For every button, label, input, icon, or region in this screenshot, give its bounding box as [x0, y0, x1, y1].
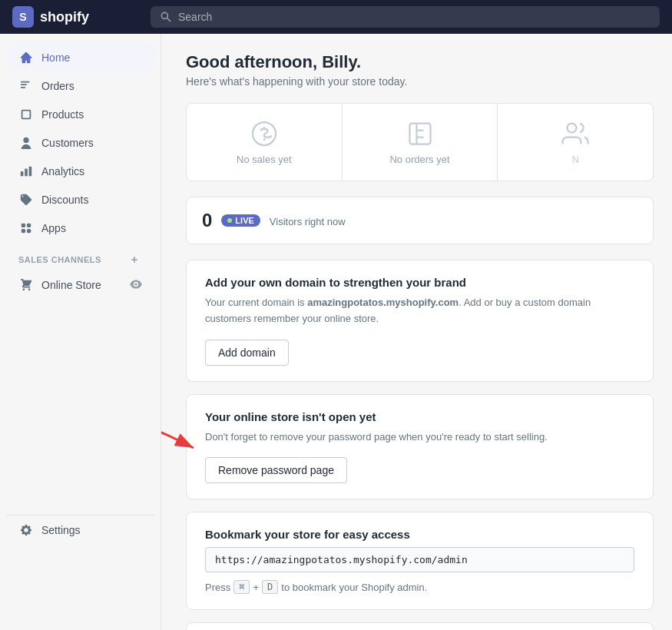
stat-orders-label: No orders yet — [389, 154, 449, 165]
live-dot — [227, 218, 232, 223]
sidebar-products-label: Products — [41, 108, 84, 121]
sidebar-apps-label: Apps — [41, 222, 66, 234]
greeting-title: Good afternoon, Billy. — [186, 52, 654, 72]
logo: S shopify — [12, 6, 151, 28]
hint-plus: + — [253, 582, 259, 593]
greeting-subtitle: Here's what's happening with your store … — [186, 75, 654, 88]
domain-text-before: Your current domain is — [205, 297, 307, 308]
visitors-label: Visitors right now — [270, 216, 346, 227]
orders-icon — [18, 78, 34, 94]
password-section: Your online store isn't open yet Don't f… — [186, 394, 654, 500]
sidebar: Home Orders Products Customers Analytics — [0, 34, 161, 630]
sidebar-home-label: Home — [41, 51, 70, 64]
password-card-title: Your online store isn't open yet — [205, 410, 634, 423]
sidebar-item-discounts[interactable]: Discounts — [6, 186, 154, 214]
domain-name: amazingpotatos.myshopify.com — [307, 297, 458, 308]
hint-after: to bookmark your Shopify admin. — [281, 582, 427, 593]
key-d: D — [262, 580, 278, 594]
svg-point-2 — [568, 123, 577, 132]
sales-icon — [250, 120, 278, 148]
svg-rect-1 — [409, 123, 430, 144]
password-card-text: Don't forget to remove your password pag… — [205, 429, 634, 446]
add-domain-button[interactable]: Add domain — [205, 340, 289, 366]
layout: Home Orders Products Customers Analytics — [0, 34, 672, 630]
analytics-icon — [18, 164, 34, 179]
domain-card-text: Your current domain is amazingpotatos.my… — [205, 295, 634, 327]
home-icon — [18, 50, 34, 65]
sales-channels-header: SALES CHANNELS — [6, 243, 154, 270]
stat-visitors-label: N — [571, 154, 578, 165]
shopify-icon: S — [12, 6, 34, 28]
sales-channels-title: SALES CHANNELS — [18, 255, 101, 264]
sidebar-item-apps[interactable]: Apps — [6, 214, 154, 242]
products-icon — [18, 107, 34, 122]
bookmark-hint: Press ⌘ + D to bookmark your Shopify adm… — [205, 580, 634, 594]
visitors-card: 0 LIVE Visitors right now — [186, 197, 654, 244]
store-icon — [18, 277, 34, 293]
hint-before: Press — [205, 582, 230, 593]
remove-password-button[interactable]: Remove password page — [205, 457, 347, 483]
visitors-info: Visitors right now — [270, 214, 346, 227]
search-icon — [160, 11, 172, 23]
password-card: Your online store isn't open yet Don't f… — [186, 394, 654, 500]
bookmark-card-title: Bookmark your store for easy access — [205, 528, 634, 541]
apps-icon — [18, 220, 34, 236]
bookmark-card: Bookmark your store for easy access http… — [186, 512, 654, 610]
bookmark-url[interactable]: https://amazingpotatos.myshopify.com/adm… — [205, 547, 634, 572]
key-cmd: ⌘ — [233, 580, 250, 594]
sidebar-item-home[interactable]: Home — [6, 44, 154, 71]
sidebar-customers-label: Customers — [41, 137, 94, 149]
sidebar-item-online-store[interactable]: Online Store — [6, 271, 154, 299]
search-placeholder: Search — [178, 11, 212, 23]
sidebar-item-products[interactable]: Products — [6, 101, 154, 128]
search-bar[interactable]: Search — [151, 6, 660, 28]
add-channel-button[interactable] — [127, 252, 142, 267]
sidebar-orders-label: Orders — [41, 80, 74, 92]
sidebar-discounts-label: Discounts — [41, 194, 88, 206]
domain-card-title: Add your own domain to strengthen your b… — [205, 276, 634, 289]
logo-text: shopify — [40, 9, 89, 25]
visitors-stat-icon — [561, 120, 589, 148]
stat-visitors: N — [498, 104, 653, 181]
online-store-label: Online Store — [41, 279, 101, 291]
seo-card: Get your store ready for search engines … — [186, 622, 654, 630]
stats-row: No sales yet No orders yet N — [186, 103, 654, 181]
topbar: S shopify Search — [0, 0, 672, 34]
sidebar-item-orders[interactable]: Orders — [6, 72, 154, 100]
stat-sales: No sales yet — [187, 104, 343, 181]
stat-sales-label: No sales yet — [237, 154, 292, 165]
domain-card: Add your own domain to strengthen your b… — [186, 260, 654, 382]
sidebar-item-settings[interactable]: Settings — [6, 516, 154, 544]
settings-label: Settings — [41, 524, 81, 536]
main-content: Good afternoon, Billy. Here's what's hap… — [161, 34, 672, 630]
sidebar-item-customers[interactable]: Customers — [6, 129, 154, 157]
visitors-count: 0 — [202, 210, 212, 231]
sidebar-item-analytics[interactable]: Analytics — [6, 158, 154, 185]
sidebar-analytics-label: Analytics — [41, 165, 84, 177]
stat-orders: No orders yet — [343, 104, 498, 181]
discounts-icon — [18, 192, 34, 207]
eye-icon — [130, 278, 142, 293]
live-text: LIVE — [235, 216, 253, 225]
live-badge: LIVE — [221, 214, 260, 227]
settings-icon — [18, 522, 34, 538]
orders-stat-icon — [406, 120, 434, 148]
customers-icon — [18, 135, 34, 151]
